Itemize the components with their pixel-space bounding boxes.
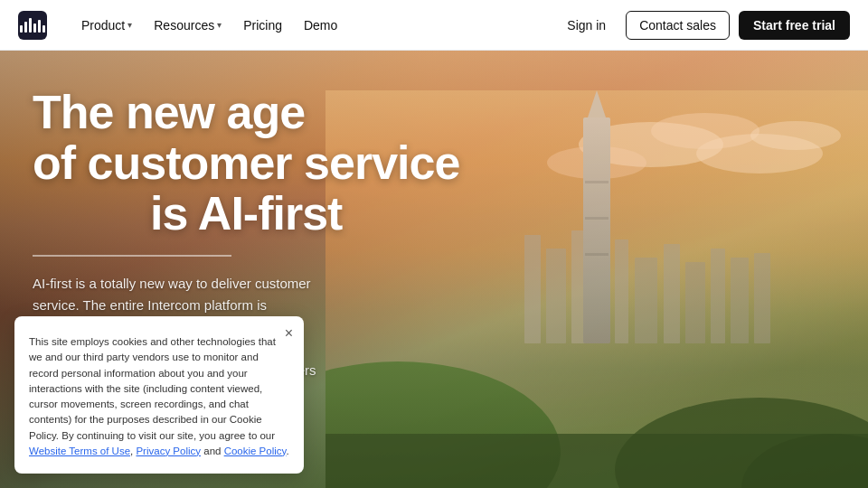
chevron-down-icon: ▾: [217, 20, 222, 30]
chevron-down-icon: ▾: [127, 20, 132, 30]
hero-section: The new age of customer service is AI-fi…: [0, 51, 868, 488]
terms-of-use-link[interactable]: Website Terms of Use: [29, 446, 130, 456]
logo[interactable]: [18, 11, 47, 40]
svg-rect-20: [585, 181, 609, 183]
cookie-banner: × This site employs cookies and other te…: [14, 316, 304, 474]
signin-button[interactable]: Sign in: [556, 13, 617, 38]
hero-divider: [33, 255, 231, 257]
svg-rect-12: [664, 244, 680, 343]
svg-rect-15: [731, 258, 749, 343]
cookie-close-button[interactable]: ×: [285, 325, 293, 342]
svg-rect-10: [615, 239, 628, 343]
nav-pricing[interactable]: Pricing: [234, 13, 291, 38]
start-trial-nav-button[interactable]: Start free trial: [739, 11, 850, 40]
nav-demo[interactable]: Demo: [295, 13, 346, 38]
svg-rect-14: [711, 249, 725, 343]
navigation: Product ▾ Resources ▾ Pricing Demo Sign …: [0, 0, 868, 51]
svg-rect-6: [524, 235, 541, 343]
nav-product[interactable]: Product ▾: [72, 13, 141, 38]
svg-point-5: [750, 121, 841, 150]
cookie-policy-link[interactable]: Cookie Policy: [224, 446, 287, 456]
svg-rect-13: [685, 262, 705, 343]
svg-rect-22: [585, 253, 609, 256]
nav-resources[interactable]: Resources ▾: [145, 13, 231, 38]
hero-title: The new age of customer service is AI-fi…: [33, 87, 459, 239]
contact-sales-nav-button[interactable]: Contact sales: [626, 11, 730, 40]
cookie-text: This site employs cookies and other tech…: [29, 334, 289, 459]
svg-rect-17: [583, 117, 610, 343]
privacy-policy-link[interactable]: Privacy Policy: [136, 446, 201, 456]
logo-bars: [20, 18, 45, 33]
svg-rect-21: [585, 217, 609, 220]
nav-actions: Sign in Contact sales Start free trial: [556, 11, 850, 40]
svg-rect-7: [546, 249, 566, 343]
logo-icon: [18, 11, 47, 40]
svg-rect-16: [754, 253, 770, 343]
svg-rect-11: [635, 258, 657, 343]
nav-links: Product ▾ Resources ▾ Pricing Demo: [72, 13, 556, 38]
